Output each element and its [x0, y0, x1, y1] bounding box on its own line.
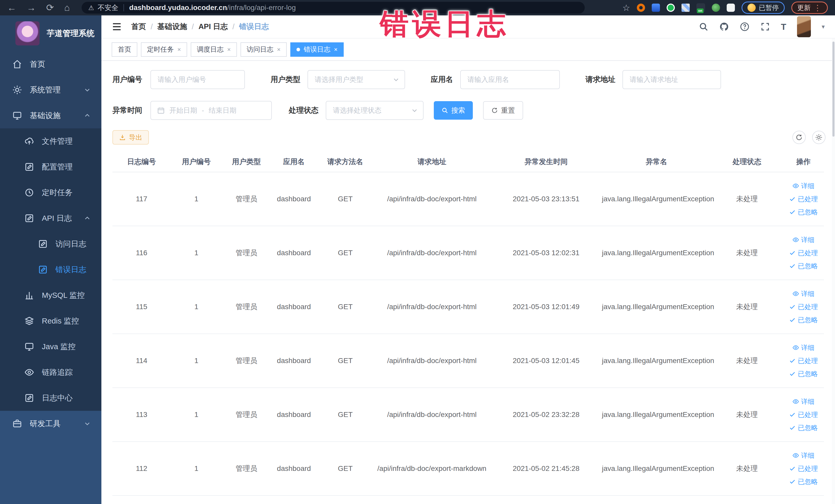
search-button[interactable]: 搜索: [434, 101, 473, 120]
close-icon[interactable]: ×: [277, 46, 281, 53]
process-status-select[interactable]: [326, 101, 424, 120]
breadcrumb-home[interactable]: 首页: [131, 22, 146, 32]
github-icon[interactable]: [719, 22, 729, 32]
avatar[interactable]: [797, 16, 811, 37]
chevron-up-icon: [84, 112, 90, 119]
sidebar-item-home[interactable]: 首页: [0, 52, 101, 77]
font-size-icon[interactable]: T: [781, 22, 786, 31]
sidebar-item-access-log[interactable]: 访问日志: [0, 231, 101, 257]
mark-processed-link[interactable]: 已处理: [789, 356, 818, 365]
extension-orange-icon[interactable]: [637, 4, 645, 12]
exception-time-range-picker[interactable]: 开始日期 - 结束日期: [150, 101, 272, 120]
user-type-label: 用户类型: [270, 75, 300, 85]
update-button[interactable]: 更新 ⋮: [791, 2, 828, 14]
sidebar-item-api-log[interactable]: API 日志: [0, 205, 101, 231]
security-warning-icon: ⚠: [88, 4, 94, 12]
breadcrumb-api-log[interactable]: API 日志: [199, 22, 228, 32]
sidebar-item-system-management[interactable]: 系统管理: [0, 77, 101, 103]
reset-button[interactable]: 重置: [483, 101, 523, 120]
chevron-down-icon: [84, 420, 90, 427]
sidebar-item-mysql-monitor[interactable]: MySQL 监控: [0, 282, 101, 308]
search-icon[interactable]: [699, 22, 709, 32]
security-label[interactable]: 不安全: [98, 3, 118, 12]
breadcrumb-infrastructure[interactable]: 基础设施: [157, 22, 187, 32]
extension-grid-icon[interactable]: [681, 4, 690, 12]
detail-link[interactable]: 详细: [792, 343, 814, 352]
tab-home[interactable]: 首页: [111, 42, 137, 57]
app-logo-row[interactable]: 芋道管理系统: [0, 15, 101, 52]
user-id-input[interactable]: [150, 70, 245, 89]
extension-green-icon[interactable]: [667, 4, 675, 12]
breadcrumb-separator: /: [151, 23, 153, 31]
mark-ignored-link[interactable]: 已忽略: [789, 316, 818, 324]
mark-ignored-link[interactable]: 已忽略: [789, 477, 818, 486]
tab-error-log[interactable]: 错误日志 ×: [290, 42, 344, 57]
refresh-button[interactable]: [792, 131, 806, 144]
app-name-input[interactable]: [460, 70, 560, 89]
close-icon[interactable]: ×: [227, 46, 231, 53]
mark-processed-link[interactable]: 已处理: [789, 248, 818, 258]
sidebar-item-log-center[interactable]: 日志中心: [0, 385, 101, 411]
mark-ignored-link[interactable]: 已忽略: [789, 369, 818, 379]
fullscreen-icon[interactable]: [760, 22, 770, 32]
tab-scheduled-tasks[interactable]: 定时任务 ×: [141, 42, 187, 57]
sidebar-item-config-management[interactable]: 配置管理: [0, 154, 101, 180]
user-menu-caret-icon[interactable]: ▾: [822, 23, 825, 30]
sidebar-item-file-management[interactable]: 文件管理: [0, 128, 101, 154]
sidebar-item-trace[interactable]: 链路追踪: [0, 360, 101, 385]
eye-icon: [792, 344, 799, 351]
detail-link[interactable]: 详细: [792, 182, 814, 190]
mark-processed-link[interactable]: 已处理: [789, 195, 818, 204]
column-settings-button[interactable]: [812, 131, 826, 144]
check-icon: [789, 357, 796, 364]
scrollbar-thumb[interactable]: [832, 42, 834, 137]
mark-processed-link[interactable]: 已处理: [789, 302, 818, 311]
detail-link[interactable]: 详细: [792, 236, 814, 244]
help-icon[interactable]: [740, 22, 750, 32]
mark-processed-link[interactable]: 已处理: [789, 410, 818, 419]
emoji-face-icon: [748, 4, 756, 12]
on-badge: on: [697, 8, 704, 13]
bookmark-star-icon[interactable]: ☆: [623, 3, 630, 13]
mark-processed-link[interactable]: 已处理: [789, 464, 818, 473]
sidebar-item-scheduled-tasks[interactable]: 定时任务: [0, 180, 101, 205]
user-id-label: 用户编号: [113, 75, 142, 85]
request-url-field: [623, 70, 721, 89]
address-bar[interactable]: ⚠ 不安全 dashboard.yudao.iocoder.cn /infra/…: [82, 2, 585, 14]
browser-menu-dots-icon[interactable]: ⋮: [814, 3, 822, 12]
user-type-select[interactable]: [307, 70, 405, 89]
app-name-label: 应用名: [431, 75, 453, 85]
export-button[interactable]: 导出: [113, 130, 149, 144]
detail-link[interactable]: 详细: [792, 451, 814, 460]
request-url-input[interactable]: [623, 70, 721, 89]
extension-toggle-icon[interactable]: on: [696, 3, 705, 12]
sidebar-item-infrastructure[interactable]: 基础设施: [0, 103, 101, 128]
detail-link[interactable]: 详细: [792, 397, 814, 406]
cell-method: GET: [317, 249, 373, 257]
sidebar-item-dev-tools[interactable]: 研发工具: [0, 411, 101, 437]
mark-ignored-link[interactable]: 已忽略: [789, 423, 818, 432]
extension-leaf-icon[interactable]: [712, 4, 720, 12]
close-icon[interactable]: ×: [334, 46, 338, 53]
cell-log-id: 112: [113, 464, 171, 473]
sidebar-item-redis-monitor[interactable]: Redis 监控: [0, 308, 101, 334]
paused-badge[interactable]: 已暂停: [741, 2, 785, 14]
detail-link[interactable]: 详细: [792, 289, 814, 298]
tab-schedule-log[interactable]: 调度日志 ×: [191, 42, 237, 57]
mark-ignored-link[interactable]: 已忽略: [789, 262, 818, 270]
browser-forward-button[interactable]: →: [27, 3, 36, 12]
chevron-up-icon: [84, 215, 90, 222]
browser-home-button[interactable]: ⌂: [64, 3, 70, 12]
hamburger-icon[interactable]: [111, 22, 122, 32]
browser-back-button[interactable]: ←: [7, 3, 16, 12]
browser-reload-button[interactable]: ⟳: [46, 3, 54, 12]
extensions-puzzle-icon[interactable]: [727, 4, 735, 12]
mark-ignored-link[interactable]: 已忽略: [789, 208, 818, 217]
sidebar-item-java-monitor[interactable]: Java 监控: [0, 334, 101, 360]
table-toolbar: 导出: [101, 130, 835, 144]
sidebar-item-error-log[interactable]: 错误日志: [0, 257, 101, 282]
check-icon: [789, 411, 796, 418]
close-icon[interactable]: ×: [177, 46, 181, 53]
tab-access-log[interactable]: 访问日志 ×: [241, 42, 287, 57]
extension-shield-icon[interactable]: [652, 4, 660, 12]
